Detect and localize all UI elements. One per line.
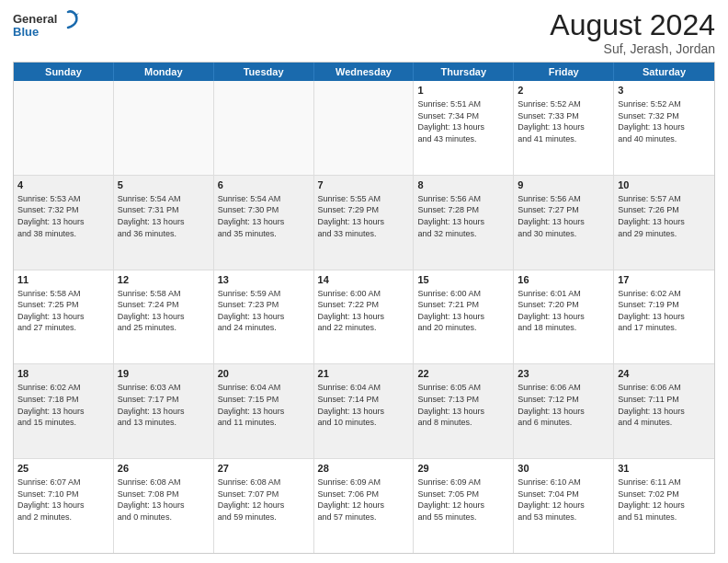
day-number: 13 — [218, 273, 310, 287]
calendar-cell: 3Sunrise: 5:52 AMSunset: 7:32 PMDaylight… — [614, 81, 714, 175]
calendar-header-day: Friday — [514, 63, 614, 81]
daylight-minutes: and 40 minutes. — [618, 133, 711, 145]
calendar-cell: 29Sunrise: 6:09 AMSunset: 7:05 PMDayligh… — [414, 459, 514, 553]
daylight-minutes: and 43 minutes. — [417, 133, 509, 145]
calendar-header-day: Sunday — [14, 63, 114, 81]
day-number: 11 — [17, 273, 109, 287]
daylight-hours: Daylight: 12 hours — [618, 500, 711, 511]
sunset-time: Sunset: 7:18 PM — [17, 394, 109, 406]
sunset-time: Sunset: 7:28 PM — [417, 204, 509, 216]
daylight-minutes: and 33 minutes. — [318, 228, 410, 240]
sunrise-time: Sunrise: 5:55 AM — [318, 193, 410, 205]
sunset-time: Sunset: 7:20 PM — [518, 299, 609, 311]
daylight-minutes: and 53 minutes. — [518, 511, 609, 523]
daylight-minutes: and 18 minutes. — [518, 322, 609, 334]
day-number: 2 — [518, 84, 609, 98]
calendar-cell — [314, 81, 415, 175]
sunrise-time: Sunrise: 6:04 AM — [318, 382, 410, 394]
calendar-header-day: Thursday — [414, 63, 514, 81]
day-number: 17 — [618, 273, 711, 287]
calendar-cell: 27Sunrise: 6:08 AMSunset: 7:07 PMDayligh… — [214, 459, 314, 553]
daylight-minutes: and 55 minutes. — [417, 511, 509, 523]
day-number: 24 — [618, 367, 711, 381]
calendar-cell: 28Sunrise: 6:09 AMSunset: 7:06 PMDayligh… — [314, 459, 415, 553]
day-info: Sunrise: 6:11 AMSunset: 7:02 PMDaylight:… — [618, 477, 711, 523]
day-info: Sunrise: 6:01 AMSunset: 7:20 PMDaylight:… — [518, 288, 609, 334]
day-info: Sunrise: 5:56 AMSunset: 7:27 PMDaylight:… — [518, 193, 609, 239]
day-number: 30 — [518, 462, 609, 476]
daylight-hours: Daylight: 13 hours — [518, 311, 609, 323]
sunrise-time: Sunrise: 5:52 AM — [518, 98, 609, 110]
day-number: 15 — [417, 273, 509, 287]
sunrise-time: Sunrise: 5:58 AM — [118, 288, 210, 300]
calendar-week: 1Sunrise: 5:51 AMSunset: 7:34 PMDaylight… — [14, 81, 714, 176]
daylight-minutes: and 36 minutes. — [118, 228, 210, 240]
daylight-minutes: and 32 minutes. — [417, 228, 509, 240]
sunrise-time: Sunrise: 5:59 AM — [218, 288, 310, 300]
daylight-minutes: and 13 minutes. — [118, 417, 210, 429]
calendar-cell: 23Sunrise: 6:06 AMSunset: 7:12 PMDayligh… — [514, 364, 614, 458]
daylight-hours: Daylight: 13 hours — [17, 216, 109, 228]
sunrise-time: Sunrise: 5:52 AM — [618, 98, 711, 110]
day-number: 9 — [518, 178, 609, 192]
daylight-minutes: and 2 minutes. — [17, 511, 109, 523]
daylight-hours: Daylight: 13 hours — [417, 406, 509, 418]
daylight-hours: Daylight: 13 hours — [17, 406, 109, 418]
daylight-minutes: and 25 minutes. — [118, 322, 210, 334]
sunset-time: Sunset: 7:19 PM — [618, 299, 711, 311]
sunset-time: Sunset: 7:29 PM — [318, 204, 410, 216]
sunrise-time: Sunrise: 6:10 AM — [518, 477, 609, 488]
calendar-cell: 16Sunrise: 6:01 AMSunset: 7:20 PMDayligh… — [514, 270, 614, 364]
calendar-cell: 25Sunrise: 6:07 AMSunset: 7:10 PMDayligh… — [14, 459, 114, 553]
calendar-cell — [214, 81, 314, 175]
day-info: Sunrise: 5:55 AMSunset: 7:29 PMDaylight:… — [318, 193, 410, 239]
sunrise-time: Sunrise: 6:05 AM — [417, 382, 509, 394]
calendar-cell: 22Sunrise: 6:05 AMSunset: 7:13 PMDayligh… — [414, 364, 514, 458]
calendar-header: SundayMondayTuesdayWednesdayThursdayFrid… — [14, 63, 714, 81]
daylight-hours: Daylight: 13 hours — [118, 216, 210, 228]
sunset-time: Sunset: 7:10 PM — [17, 488, 109, 500]
sunrise-time: Sunrise: 5:58 AM — [17, 288, 109, 300]
calendar-cell: 2Sunrise: 5:52 AMSunset: 7:33 PMDaylight… — [514, 81, 614, 175]
daylight-minutes: and 59 minutes. — [218, 511, 310, 523]
calendar-cell: 12Sunrise: 5:58 AMSunset: 7:24 PMDayligh… — [114, 270, 214, 364]
logo-blue: Blue — [13, 26, 57, 39]
sunrise-time: Sunrise: 6:08 AM — [218, 477, 310, 488]
day-info: Sunrise: 5:58 AMSunset: 7:25 PMDaylight:… — [17, 288, 109, 334]
sunrise-time: Sunrise: 6:09 AM — [318, 477, 410, 488]
sunset-time: Sunset: 7:27 PM — [518, 204, 609, 216]
calendar-cell: 4Sunrise: 5:53 AMSunset: 7:32 PMDaylight… — [14, 176, 114, 270]
daylight-hours: Daylight: 13 hours — [618, 311, 711, 323]
sunset-time: Sunset: 7:21 PM — [417, 299, 509, 311]
calendar-cell — [14, 81, 114, 175]
daylight-minutes: and 57 minutes. — [318, 511, 410, 523]
daylight-minutes: and 4 minutes. — [618, 417, 711, 429]
daylight-hours: Daylight: 13 hours — [618, 121, 711, 133]
calendar-cell: 18Sunrise: 6:02 AMSunset: 7:18 PMDayligh… — [14, 364, 114, 458]
calendar-cell: 20Sunrise: 6:04 AMSunset: 7:15 PMDayligh… — [214, 364, 314, 458]
calendar-cell: 5Sunrise: 5:54 AMSunset: 7:31 PMDaylight… — [114, 176, 214, 270]
calendar-cell: 31Sunrise: 6:11 AMSunset: 7:02 PMDayligh… — [614, 459, 714, 553]
calendar-header-day: Tuesday — [214, 63, 314, 81]
sunset-time: Sunset: 7:34 PM — [417, 110, 509, 122]
day-info: Sunrise: 6:09 AMSunset: 7:06 PMDaylight:… — [318, 477, 410, 523]
daylight-hours: Daylight: 13 hours — [618, 216, 711, 228]
day-info: Sunrise: 5:54 AMSunset: 7:31 PMDaylight:… — [118, 193, 210, 239]
sunset-time: Sunset: 7:22 PM — [318, 299, 410, 311]
logo-general: General — [13, 13, 57, 26]
day-info: Sunrise: 5:52 AMSunset: 7:32 PMDaylight:… — [618, 98, 711, 144]
sunset-time: Sunset: 7:12 PM — [518, 394, 609, 406]
calendar-cell: 13Sunrise: 5:59 AMSunset: 7:23 PMDayligh… — [214, 270, 314, 364]
day-number: 28 — [318, 462, 410, 476]
sunset-time: Sunset: 7:26 PM — [618, 204, 711, 216]
daylight-hours: Daylight: 13 hours — [518, 216, 609, 228]
calendar-cell — [114, 81, 214, 175]
sunrise-time: Sunrise: 5:56 AM — [518, 193, 609, 205]
calendar-week: 11Sunrise: 5:58 AMSunset: 7:25 PMDayligh… — [14, 270, 714, 365]
day-number: 16 — [518, 273, 609, 287]
daylight-hours: Daylight: 12 hours — [318, 500, 410, 511]
calendar-header-day: Wednesday — [314, 63, 415, 81]
day-info: Sunrise: 6:00 AMSunset: 7:21 PMDaylight:… — [417, 288, 509, 334]
calendar-week: 25Sunrise: 6:07 AMSunset: 7:10 PMDayligh… — [14, 459, 714, 553]
day-number: 7 — [318, 178, 410, 192]
